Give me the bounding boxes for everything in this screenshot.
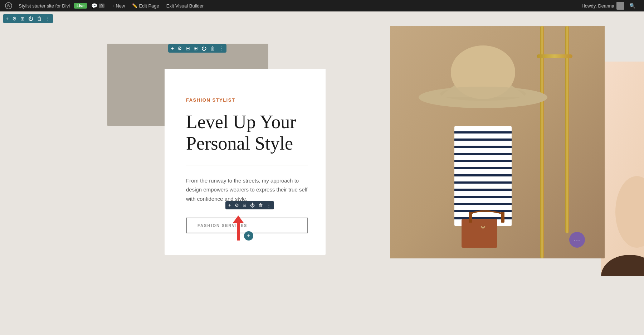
svg-text:W: W — [7, 4, 10, 8]
row-power-icon[interactable]: ⏻ — [201, 45, 206, 51]
row-add-icon[interactable]: + — [171, 45, 174, 51]
comment-count: 0 — [99, 4, 104, 8]
search-icon[interactable]: 🔍 — [626, 3, 638, 9]
row-grid-icon[interactable]: ⊞ — [194, 45, 198, 51]
svg-rect-13 — [454, 146, 512, 148]
svg-rect-21 — [454, 203, 512, 205]
row-settings-icon[interactable]: ⚙ — [177, 45, 182, 51]
module-delete-icon[interactable]: 🗑 — [258, 203, 263, 208]
row-toolbar: + ⚙ ⊟ ⊞ ⏻ 🗑 ⋮ — [168, 44, 226, 53]
module-settings-icon[interactable]: ⚙ — [235, 203, 239, 208]
section-layout-icon[interactable]: ⊞ — [20, 16, 25, 21]
button-area: + ⚙ ⊟ ⏻ 🗑 ⋮ + FASHION SERVICES — [186, 218, 308, 233]
edit-page-bar-item[interactable]: ✏️ Edit Page — [129, 0, 162, 11]
svg-rect-24 — [462, 219, 497, 248]
more-dots-button[interactable]: ··· — [569, 232, 585, 248]
red-arrow-head — [233, 215, 244, 223]
row-layout-icon[interactable]: ⊟ — [186, 45, 190, 51]
comment-icon: 💬 — [91, 3, 97, 9]
svg-rect-18 — [454, 181, 512, 184]
svg-rect-5 — [537, 54, 572, 58]
section-settings-icon[interactable]: ⚙ — [12, 16, 17, 21]
svg-rect-20 — [454, 196, 512, 198]
module-layout-icon[interactable]: ⊟ — [243, 203, 247, 208]
howdy-section: Howdy, Deanna 🔍 — [581, 2, 641, 10]
module-add-icon[interactable]: + — [228, 203, 231, 208]
howdy-text: Howdy, Deanna — [581, 3, 614, 9]
module-more-icon[interactable]: ⋮ — [267, 203, 271, 208]
new-label: + New — [112, 3, 125, 9]
svg-rect-12 — [454, 139, 512, 141]
svg-point-9 — [419, 87, 547, 108]
hero-divider — [186, 165, 308, 165]
site-name-text: Stylist starter site for Divi — [19, 3, 70, 9]
svg-rect-15 — [454, 160, 512, 162]
section-more-icon[interactable]: ⋮ — [45, 16, 50, 21]
section-toolbar: + ⚙ ⊞ ⏻ 🗑 ⋮ — [3, 14, 53, 23]
live-badge: Live — [74, 3, 87, 9]
svg-rect-16 — [454, 167, 512, 169]
hero-eyebrow: FASHION STYLIST — [186, 97, 308, 103]
new-bar-item[interactable]: + New — [109, 0, 128, 11]
section-add-icon[interactable]: + — [6, 16, 9, 21]
plus-circle-button[interactable]: + — [244, 231, 253, 241]
exit-builder-label: Exit Visual Builder — [166, 3, 204, 9]
red-arrow-shaft — [237, 223, 240, 241]
svg-rect-17 — [454, 174, 512, 176]
exit-builder-bar-item[interactable]: Exit Visual Builder — [164, 0, 207, 11]
hero-content-card: FASHION STYLIST Level Up Your Personal S… — [165, 69, 326, 255]
row-delete-icon[interactable]: 🗑 — [210, 45, 215, 51]
cta-button[interactable]: FASHION SERVICES — [186, 218, 308, 233]
section-delete-icon[interactable]: 🗑 — [37, 16, 42, 21]
hero-title: Level Up Your Personal Style — [186, 111, 308, 154]
admin-bar: W Stylist starter site for Divi Live 💬 0… — [0, 0, 644, 11]
hero-fashion-image: ··· — [390, 26, 605, 258]
module-toolbar: + ⚙ ⊟ ⏻ 🗑 ⋮ — [225, 201, 274, 209]
comments-bar-item[interactable]: 💬 0 — [88, 0, 107, 11]
section-power-icon[interactable]: ⏻ — [28, 16, 33, 21]
module-power-icon[interactable]: ⏻ — [250, 203, 255, 208]
svg-rect-11 — [454, 131, 512, 133]
hero-description: From the runway to the streets, my appro… — [186, 176, 308, 204]
far-right-image — [601, 62, 644, 276]
site-name-bar-item[interactable]: Stylist starter site for Divi — [16, 0, 73, 11]
svg-rect-14 — [454, 153, 512, 155]
wp-logo: W — [3, 0, 14, 11]
svg-rect-3 — [540, 26, 544, 258]
row-more-icon[interactable]: ⋮ — [219, 45, 224, 51]
edit-page-label: Edit Page — [139, 3, 159, 9]
user-avatar — [616, 2, 624, 10]
page-content: + ⚙ ⊟ ⊞ ⏻ 🗑 ⋮ FASHION STYLIST Level Up Y… — [0, 11, 644, 335]
svg-rect-19 — [454, 189, 512, 191]
